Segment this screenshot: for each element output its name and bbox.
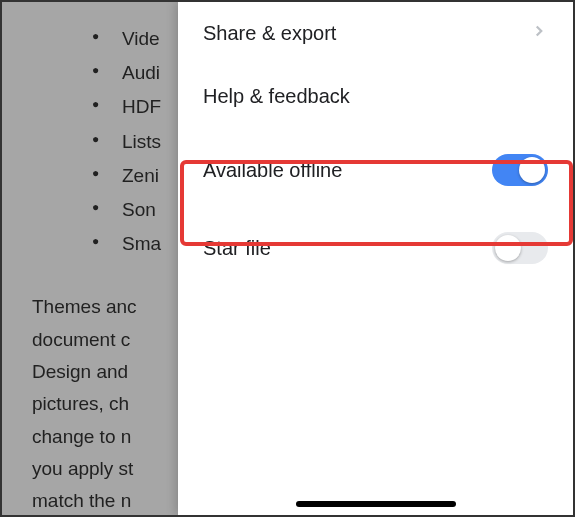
toggle-knob xyxy=(495,235,521,261)
available-offline-toggle[interactable] xyxy=(492,154,548,186)
available-offline-label: Available offline xyxy=(203,159,342,182)
available-offline-item: Available offline xyxy=(178,128,573,212)
share-export-item[interactable]: Share & export xyxy=(178,2,573,65)
chevron-right-icon xyxy=(530,22,548,45)
help-feedback-label: Help & feedback xyxy=(203,85,350,108)
star-file-label: Star file xyxy=(203,237,271,260)
help-feedback-item[interactable]: Help & feedback xyxy=(178,65,573,128)
star-file-toggle[interactable] xyxy=(492,232,548,264)
options-panel: Share & export Help & feedback Available… xyxy=(178,2,573,515)
home-indicator[interactable] xyxy=(296,501,456,507)
star-file-item: Star file xyxy=(178,212,573,284)
share-export-label: Share & export xyxy=(203,22,336,45)
toggle-knob xyxy=(519,157,545,183)
